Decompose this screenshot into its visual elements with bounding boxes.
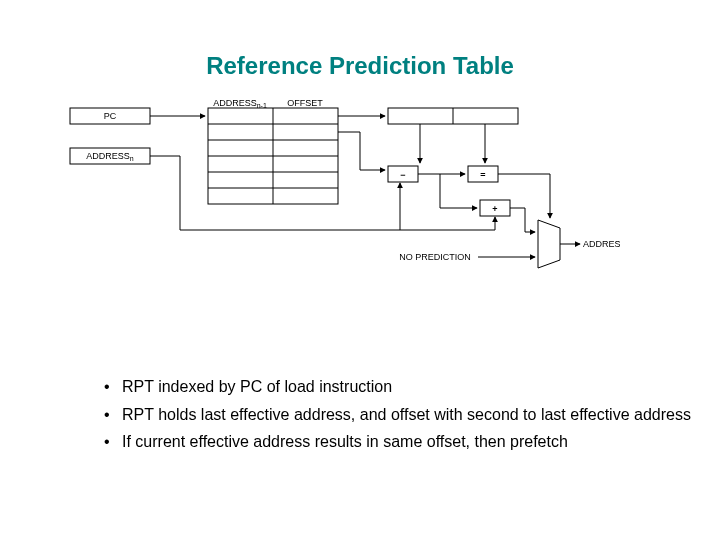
bullet-list: RPT indexed by PC of load instruction RP… [60,376,720,459]
equals-op: = [480,170,485,180]
list-item: RPT holds last effective address, and of… [100,404,720,426]
address-n-label: ADDRESSn [86,151,134,162]
rpt-diagram: PC ADDRESSn-1 OFFSET [60,100,620,300]
slide-title: Reference Prediction Table [0,52,720,80]
col-offset-label: OFFSET [287,100,323,108]
pc-label: PC [104,111,117,121]
no-prediction-label: NO PREDICTION [399,252,471,262]
address-out-label: ADDRESSn+1 [583,239,620,250]
minus-op: − [400,170,405,180]
slide: Reference Prediction Table PC ADDRESSn-1… [0,0,720,540]
mux [538,220,560,268]
list-item: If current effective address results in … [100,431,720,453]
plus-op: + [492,204,497,214]
rpt-table: ADDRESSn-1 OFFSET [208,100,338,204]
list-item: RPT indexed by PC of load instruction [100,376,720,398]
